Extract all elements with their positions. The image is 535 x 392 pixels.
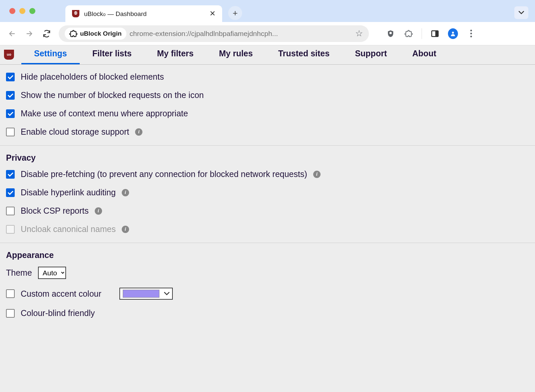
svg-rect-2	[435, 31, 438, 36]
toolbar-icons	[386, 28, 476, 39]
theme-label: Theme	[6, 268, 32, 278]
privacy-section: Privacy Disable pre-fetching (to prevent…	[0, 146, 535, 243]
accent-color-picker[interactable]	[119, 288, 173, 300]
tab-title: uBlock₀ — Dashboard	[84, 10, 205, 18]
shield-icon	[387, 30, 395, 38]
general-label-2: Make use of context menu where appropria…	[21, 109, 188, 118]
window-controls	[9, 8, 35, 14]
colorblind-row: Colour-blind friendly	[6, 308, 529, 318]
general-checkbox-0[interactable]	[6, 73, 15, 81]
privacy-row-0: Disable pre-fetching (to prevent any con…	[6, 169, 529, 179]
tab-close-button[interactable]: ✕	[209, 9, 215, 18]
privacy-section-title: Privacy	[6, 153, 529, 163]
arrow-left-icon	[8, 30, 16, 37]
general-checkbox-1[interactable]	[6, 91, 15, 100]
custom-accent-row: Custom accent colour	[6, 288, 529, 300]
privacy-label-3: Uncloak canonical names	[21, 224, 116, 234]
arrow-right-icon	[26, 30, 33, 37]
general-label-0: Hide placeholders of blocked elements	[21, 72, 164, 82]
panel-icon	[431, 29, 439, 38]
window-maximize-button[interactable]	[29, 8, 35, 14]
bookmark-button[interactable]: ☆	[355, 28, 363, 39]
extension-name: uBlock Origin	[80, 30, 122, 37]
general-label-1: Show the number of blocked requests on t…	[21, 90, 204, 100]
general-row-0: Hide placeholders of blocked elements	[6, 72, 529, 82]
nav-tab-about[interactable]: About	[400, 44, 449, 64]
reload-button[interactable]	[41, 30, 52, 38]
appearance-section: Appearance Theme Auto Custom accent colo…	[0, 243, 535, 327]
privacy-label-2: Block CSP reports	[21, 206, 89, 216]
custom-accent-label: Custom accent colour	[21, 289, 101, 299]
settings-content: Hide placeholders of blocked elementsSho…	[0, 65, 535, 327]
puzzle-icon	[405, 30, 413, 38]
profile-button[interactable]	[448, 28, 458, 39]
privacy-checkbox-1[interactable]	[6, 188, 15, 197]
general-checkbox-3[interactable]	[6, 128, 15, 136]
privacy-row-1: Disable hyperlink auditingi	[6, 188, 529, 197]
profile-avatar-icon	[448, 28, 458, 39]
chevron-down-icon	[519, 11, 524, 14]
info-icon[interactable]: i	[122, 189, 129, 196]
toolbar-divider	[422, 28, 422, 39]
ublock-favicon-icon	[72, 10, 79, 17]
colorblind-label: Colour-blind friendly	[21, 308, 95, 318]
appearance-section-title: Appearance	[6, 250, 529, 260]
window-close-button[interactable]	[9, 8, 15, 14]
browser-tab[interactable]: uBlock₀ — Dashboard ✕	[65, 5, 222, 22]
colorblind-checkbox[interactable]	[6, 309, 15, 318]
info-icon[interactable]: i	[135, 128, 142, 136]
tabs-dropdown-button[interactable]	[514, 6, 528, 19]
info-icon[interactable]: i	[313, 171, 321, 178]
address-bar[interactable]: uBlock Origin chrome-extension://cjpalhd…	[59, 25, 369, 42]
general-label-3: Enable cloud storage support	[21, 127, 129, 137]
nav-tab-my-rules[interactable]: My rules	[206, 44, 265, 64]
forward-button[interactable]	[24, 30, 35, 37]
chevron-down-icon	[164, 292, 169, 295]
extension-chip[interactable]: uBlock Origin	[65, 28, 126, 40]
privacy-checkbox-2[interactable]	[6, 207, 15, 215]
extension-icon	[69, 30, 77, 38]
privacy-label-1: Disable hyperlink auditing	[21, 188, 116, 197]
side-panel-button[interactable]	[430, 29, 440, 38]
svg-point-0	[390, 32, 392, 34]
privacy-row-3: Uncloak canonical namesi	[6, 224, 529, 234]
privacy-label-0: Disable pre-fetching (to prevent any con…	[21, 169, 307, 179]
info-icon[interactable]: i	[122, 226, 129, 233]
nav-tab-trusted-sites[interactable]: Trusted sites	[265, 44, 342, 64]
general-section: Hide placeholders of blocked elementsSho…	[0, 65, 535, 146]
nav-tab-filter-lists[interactable]: Filter lists	[80, 44, 144, 64]
general-row-1: Show the number of blocked requests on t…	[6, 90, 529, 100]
theme-row: Theme Auto	[6, 267, 529, 279]
theme-select[interactable]: Auto	[38, 267, 66, 279]
ublock-toolbar-button[interactable]	[386, 30, 396, 38]
nav-tab-support[interactable]: Support	[342, 44, 400, 64]
privacy-row-2: Block CSP reportsi	[6, 206, 529, 216]
general-row-2: Make use of context menu where appropria…	[6, 109, 529, 118]
reload-icon	[43, 30, 51, 38]
ublock-logo-icon	[4, 50, 14, 60]
nav-tab-my-filters[interactable]: My filters	[144, 44, 206, 64]
color-swatch	[123, 290, 159, 298]
privacy-checkbox-0[interactable]	[6, 170, 15, 179]
extensions-button[interactable]	[404, 30, 414, 38]
back-button[interactable]	[7, 30, 17, 37]
new-tab-button[interactable]: +	[228, 6, 242, 20]
svg-point-3	[452, 32, 454, 34]
browser-toolbar: uBlock Origin chrome-extension://cjpalhd…	[0, 22, 535, 45]
dashboard-nav: SettingsFilter listsMy filtersMy rulesTr…	[0, 45, 535, 65]
privacy-checkbox-3	[6, 225, 15, 234]
browser-menu-button[interactable]	[466, 30, 476, 37]
general-row-3: Enable cloud storage supporti	[6, 127, 529, 137]
browser-chrome: uBlock₀ — Dashboard ✕ +	[0, 0, 535, 22]
kebab-menu-icon	[470, 30, 472, 37]
url-text: chrome-extension://cjpalhdlnbpafiamejdnh…	[130, 30, 352, 38]
custom-accent-checkbox[interactable]	[6, 289, 15, 298]
general-checkbox-2[interactable]	[6, 109, 15, 118]
nav-tab-settings[interactable]: Settings	[21, 44, 80, 64]
window-minimize-button[interactable]	[19, 8, 25, 14]
info-icon[interactable]: i	[95, 207, 102, 215]
